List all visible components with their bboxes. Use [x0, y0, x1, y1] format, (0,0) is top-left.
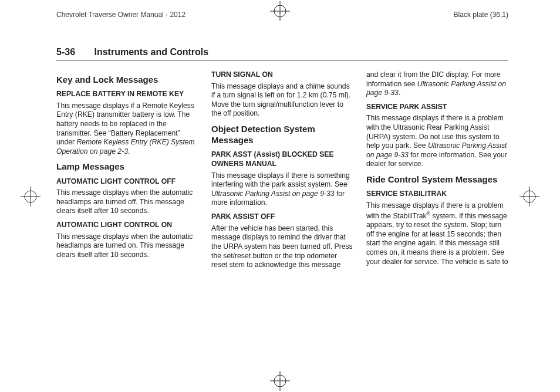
para-turn-signal: This message displays and a chime sounds…: [211, 82, 353, 119]
text: .: [399, 89, 400, 97]
ref-rke: Remote Keyless Entry (RKE) System Operat…: [56, 138, 195, 156]
registration-mark-left: [21, 187, 41, 207]
plate-info: Black plate (36,1): [454, 11, 508, 19]
heading-auto-on: AUTOMATIC LIGHT CONTROL ON: [56, 221, 198, 230]
para-service-park-assist: This message displays if there is a prob…: [366, 114, 508, 169]
heading-service-park-assist: SERVICE PARK ASSIST: [366, 103, 508, 112]
registration-mark-right: [519, 187, 539, 207]
para-replace-battery: This message displays if a Remote Keyles…: [56, 102, 198, 157]
heading-auto-off: AUTOMATIC LIGHT CONTROL OFF: [56, 177, 198, 187]
ref-upa: Ultrasonic Parking Assist on page 9-33: [211, 190, 335, 198]
para-park-assist-off: After the vehicle has been started, this…: [211, 224, 353, 270]
registration-mark-bottom: [270, 371, 290, 391]
heading-park-asst-blocked: PARK ASST (Assist) BLOCKED SEE OWNERS MA…: [211, 150, 353, 168]
heading-park-assist-off: PARK ASSIST OFF: [211, 212, 353, 222]
heading-replace-battery: REPLACE BATTERY IN REMOTE KEY: [56, 90, 198, 99]
chapter-title: Instruments and Controls: [94, 47, 208, 57]
text: This message displays if there is someth…: [211, 171, 350, 189]
heading-turn-signal: TURN SIGNAL ON: [211, 70, 353, 80]
heading-ride-control: Ride Control System Messages: [366, 174, 508, 185]
page-number: 5-36: [56, 47, 75, 57]
para-continued: and clear it from the DIC display. For m…: [366, 70, 508, 98]
body-columns: Key and Lock Messages REPLACE BATTERY IN…: [56, 70, 508, 369]
text: .: [128, 147, 130, 156]
heading-key-lock: Key and Lock Messages: [56, 74, 198, 85]
page-meta-line: Chevrolet Traverse Owner Manual - 2012 B…: [56, 11, 508, 19]
para-auto-off: This message displays when the automatic…: [56, 188, 198, 216]
chapter-header: 5-36 Instruments and Controls: [56, 47, 508, 60]
heading-lamp-messages: Lamp Messages: [56, 161, 198, 172]
para-auto-on: This message displays when the automatic…: [56, 232, 198, 260]
para-park-asst-blocked: This message displays if there is someth…: [211, 171, 353, 208]
heading-service-stabilitrak: SERVICE STABILITRAK: [366, 190, 508, 199]
para-service-stabilitrak: This message displays if there is a prob…: [366, 201, 508, 266]
manual-title: Chevrolet Traverse Owner Manual - 2012: [56, 11, 185, 19]
heading-object-detection: Object Detection System Messages: [211, 123, 353, 146]
